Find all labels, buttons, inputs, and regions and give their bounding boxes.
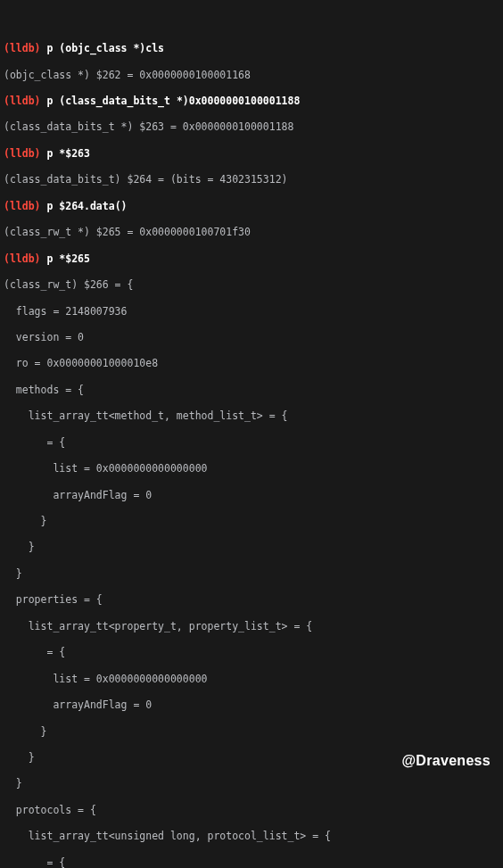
lldb-command: p *$265 [46,252,89,265]
output-line: arrayAndFlag = 0 [4,489,499,502]
output-line: list_array_tt<unsigned long, protocol_li… [4,830,499,843]
lldb-prompt: (lldb) [4,200,41,212]
lldb-command: p $264.data() [46,200,127,212]
output-line: } [4,515,499,528]
cmd-line-3[interactable]: (lldb) p *$263 [4,147,499,161]
output-line: (objc_class *) $262 = 0x0000000100001168 [4,69,499,82]
output-line: = { [4,856,499,868]
output-line: properties = { [4,593,499,607]
cmd-line-2[interactable]: (lldb) p (class_data_bits_t *)0x00000001… [4,95,499,108]
output-line: ro = 0x00000001000010e8 [4,357,499,370]
output-line: list_array_tt<method_t, method_list_t> =… [4,409,499,423]
lldb-prompt: (lldb) [4,95,41,107]
cmd-line-1[interactable]: (lldb) p (objc_class *)cls [4,42,499,55]
lldb-command: p *$263 [46,147,89,160]
output-line: list_array_tt<property_t, property_list_… [4,620,499,633]
output-line: } [4,777,499,790]
output-line: (class_rw_t *) $265 = 0x0000000100701f30 [4,226,499,239]
output-line: = { [4,646,499,659]
lldb-prompt: (lldb) [4,252,41,265]
lldb-command: p (objc_class *)cls [46,42,164,54]
output-line: = { [4,436,499,450]
output-line: list = 0x0000000000000000 [4,673,499,686]
output-line: methods = { [4,384,499,397]
lldb-prompt: (lldb) [4,42,41,54]
terminal-output: (lldb) p (objc_class *)cls (objc_class *… [0,26,503,868]
output-line: } [4,725,499,739]
output-line: arrayAndFlag = 0 [4,699,499,712]
output-line: flags = 2148007936 [4,305,499,318]
cmd-line-5[interactable]: (lldb) p *$265 [4,252,499,266]
output-line: } [4,541,499,554]
cmd-line-4[interactable]: (lldb) p $264.data() [4,200,499,213]
output-line: (class_data_bits_t *) $263 = 0x000000010… [4,120,499,134]
output-line: (class_rw_t) $266 = { [4,278,499,292]
output-line: } [4,751,499,765]
lldb-command: p (class_data_bits_t *)0x000000010000118… [46,95,300,107]
lldb-prompt: (lldb) [4,147,41,160]
output-line: (class_data_bits_t) $264 = (bits = 43023… [4,173,499,186]
output-line: protocols = { [4,804,499,817]
output-line: list = 0x0000000000000000 [4,462,499,475]
output-line: version = 0 [4,331,499,344]
output-line: } [4,567,499,581]
